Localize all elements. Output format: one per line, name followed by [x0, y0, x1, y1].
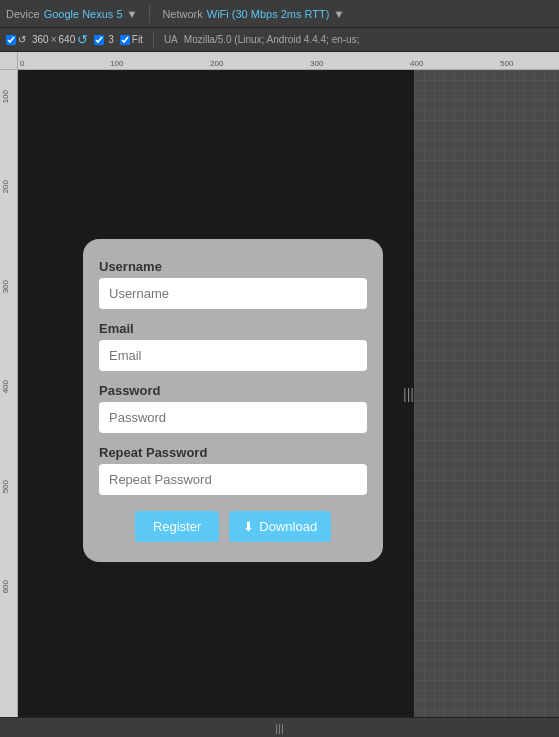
device-dropdown-icon[interactable]: ▼	[127, 8, 138, 20]
height-value: 640	[59, 34, 76, 45]
scale-value: 3	[108, 34, 114, 45]
width-value: 360	[32, 34, 49, 45]
password-group: Password	[99, 383, 367, 433]
tick-left-300: 300	[1, 280, 10, 293]
toolbar-row1: Device Google Nexus 5 ▼ Network WiFi (30…	[0, 0, 559, 28]
device-value[interactable]: Google Nexus 5	[44, 8, 123, 20]
username-label: Username	[99, 259, 367, 274]
ruler-left: 100 200 300 400 500 600	[0, 70, 18, 717]
device-label: Device	[6, 8, 40, 20]
fit-check[interactable]: Fit	[120, 34, 143, 45]
device-frame: Username Email Password Re	[53, 80, 413, 717]
form-buttons: Register ⬇ Download	[99, 511, 367, 542]
email-input[interactable]	[99, 340, 367, 371]
download-button[interactable]: ⬇ Download	[229, 511, 331, 542]
toolbar-divider1	[149, 5, 150, 23]
repeat-password-label: Repeat Password	[99, 445, 367, 460]
username-input[interactable]	[99, 278, 367, 309]
canvas-area: Username Email Password Re	[18, 70, 559, 717]
ruler-top-ticks: 0 100 200 300 400 500	[18, 52, 559, 69]
fit-label: Fit	[132, 34, 143, 45]
resize-handle[interactable]: |||	[403, 386, 414, 402]
scale-checkbox[interactable]	[94, 35, 104, 45]
tick-left-500: 500	[1, 480, 10, 493]
fit-checkbox[interactable]	[120, 35, 130, 45]
repeat-password-group: Repeat Password	[99, 445, 367, 495]
tick-200: 200	[210, 59, 223, 68]
email-label: Email	[99, 321, 367, 336]
width-checkbox[interactable]	[6, 35, 16, 45]
toolbar-device-section: Device Google Nexus 5 ▼	[6, 8, 137, 20]
rotate-icon[interactable]: ↺	[18, 34, 26, 45]
width-check[interactable]: ↺	[6, 34, 26, 45]
tick-0: 0	[20, 59, 24, 68]
ua-label: UA	[164, 34, 178, 45]
network-value[interactable]: WiFi (30 Mbps 2ms RTT)	[207, 8, 330, 20]
ruler-top: 0 100 200 300 400 500	[18, 52, 559, 70]
username-group: Username	[99, 259, 367, 309]
tick-500: 500	[500, 59, 513, 68]
tick-left-100: 100	[1, 90, 10, 103]
password-label: Password	[99, 383, 367, 398]
tick-100: 100	[110, 59, 123, 68]
email-group: Email	[99, 321, 367, 371]
bottom-bar-text: |||	[275, 722, 284, 734]
bottom-bar: |||	[0, 717, 559, 737]
tick-left-200: 200	[1, 180, 10, 193]
device-screen: Username Email Password Re	[53, 80, 413, 717]
scale-check[interactable]: 3	[94, 34, 114, 45]
register-button[interactable]: Register	[135, 511, 219, 542]
download-label: Download	[259, 519, 317, 534]
ua-value: Mozilla/5.0 (Linux; Android 4.4.4; en-us…	[184, 34, 360, 45]
rotate-btn[interactable]: ↺	[77, 32, 88, 47]
dimension-check: 360 × 640 ↺	[32, 32, 88, 47]
repeat-password-input[interactable]	[99, 464, 367, 495]
ruler-corner	[0, 52, 18, 70]
form-card: Username Email Password Re	[83, 239, 383, 562]
tick-300: 300	[310, 59, 323, 68]
password-input[interactable]	[99, 402, 367, 433]
tick-left-600: 600	[1, 580, 10, 593]
toolbar2-divider	[153, 31, 154, 49]
tick-400: 400	[410, 59, 423, 68]
tick-left-400: 400	[1, 380, 10, 393]
toolbar-network-section: Network WiFi (30 Mbps 2ms RTT) ▼	[162, 8, 344, 20]
toolbar-row2: ↺ 360 × 640 ↺ 3 Fit UA Mozilla/5.0 (Linu…	[0, 28, 559, 52]
grid-area	[414, 70, 559, 717]
network-dropdown-icon[interactable]: ▼	[333, 8, 344, 20]
download-icon: ⬇	[243, 519, 254, 534]
main-area: 100 200 300 400 500 600 Username Email	[0, 70, 559, 717]
network-label: Network	[162, 8, 202, 20]
